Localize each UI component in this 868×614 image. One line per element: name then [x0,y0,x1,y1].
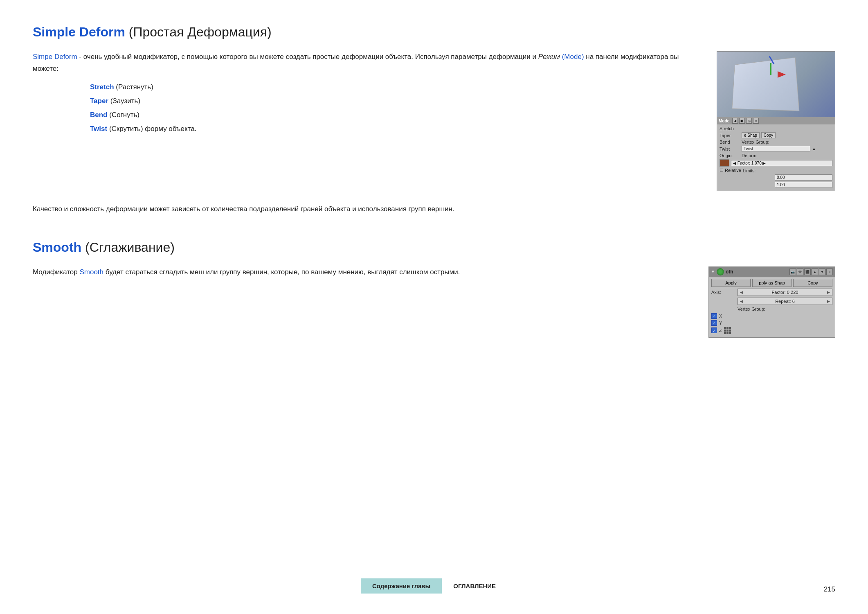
repeat-value: Repeat: 6 [775,299,795,304]
gc2 [726,327,729,329]
taper-row: Taper e Shap Copy [720,132,832,138]
panel-icon3[interactable]: ◎ [746,118,752,124]
gc7 [724,332,726,334]
factor-field-smooth[interactable]: ◀ Factor: 0.220 ▶ [738,289,832,296]
limits-label: Limits: [743,168,763,173]
hdr-icon-close[interactable]: × [826,269,833,275]
twist-rest: (Скрутить) форму объекта. [107,125,196,133]
section2-title-blue: Smooth [33,240,81,255]
limit2-field[interactable]: 1.00 [775,182,832,188]
smooth-circle-icon [717,268,724,275]
panel-3d-view [717,52,835,117]
quality-text: Качество и сложность деформации может за… [33,203,835,215]
smooth-text2: будет стараться сгладить меш или группу … [103,268,460,276]
y-label: Y [719,321,722,325]
page-number: 215 [824,585,835,594]
axis-label: Axis: [711,290,736,295]
simple-deform-panel: Mode ◀ ▣ ◎ × Stretch Taper e Shap Copy B… [717,51,835,191]
hdr-icon-camera[interactable]: 📷 [789,269,796,275]
factor-left-arrow: ◀ [740,290,743,294]
repeat-row: ◀ Repeat: 6 ▶ [711,298,832,305]
repeat-right-arrow: ▶ [827,299,830,303]
gc1 [724,327,726,329]
x-label: X [719,314,722,318]
e-shap-button[interactable]: e Shap [742,132,760,138]
gc4 [724,330,726,332]
hdr-icon-eye[interactable]: 👁 [797,269,803,275]
bend-label: Bend [720,140,740,144]
origin-label: Origin: [720,153,740,158]
gc6 [729,330,731,332]
deform-list: Stretch (Растянуть) Taper (Заузить) Bend… [90,83,700,133]
vertex-group-label: Vertex Group: [738,307,765,312]
factor-right-arrow: ▶ [827,290,830,294]
relative-cb[interactable]: ☐ Relative [720,168,741,173]
y-checkbox[interactable]: ✓ [711,320,717,326]
section1-title-rest: (Простая Деформация) [125,25,272,39]
vgroup-label: Vertex Group: [742,140,769,144]
arrow-red [778,71,786,78]
panel-icon2[interactable]: ▣ [739,118,745,124]
x-checkbox[interactable]: ✓ [711,313,717,319]
taper-kw: Taper [90,97,108,105]
factor-field[interactable]: ◀ Factor: 1.070 ▶ [731,160,832,166]
section1-body: Simpe Deform - очень удобный модификатор… [33,51,835,191]
hdr-icon-down[interactable]: ▼ [819,269,825,275]
origin-icon [720,159,729,167]
panel-controls: Stretch Taper e Shap Copy Bend Vertex Gr… [717,124,835,191]
copy-button-simple[interactable]: Copy [761,132,776,138]
section1-text-block: Simpe Deform - очень удобный модификатор… [33,51,700,139]
twist-field[interactable]: Twist [742,146,810,152]
3d-object [732,57,799,111]
hdr-icon-up[interactable]: ▲ [812,269,818,275]
limit1-field[interactable]: 0.00 [775,174,832,181]
section2-title-rest: (Сглаживание) [81,240,175,255]
section1-title-blue: Simple Deform [33,25,125,39]
stretch-kw: Stretch [90,83,114,91]
smooth-buttons-row: Apply pply as Shap Copy [711,279,832,287]
twist-row: Twist Twist ▲ [720,146,832,152]
relative-row: ☐ Relative Limits: [720,168,832,173]
list-item-taper: Taper (Заузить) [90,97,700,105]
section2: Smooth (Сглаживание) Модификатор Smooth … [33,240,835,338]
limits-row2: 1.00 [720,182,832,188]
limits-row: 0.00 [720,174,832,181]
z-checkbox-row: ✓ Z [711,327,832,334]
bend-rest: (Согнуть) [108,111,140,119]
stretch-rest: (Растянуть) [114,83,153,91]
list-item-twist: Twist (Скрутить) форму объекта. [90,125,700,133]
z-checkbox[interactable]: ✓ [711,327,717,333]
arrow-down-icon: ▼ [711,269,715,274]
copy-button-smooth[interactable]: Copy [793,279,832,287]
deform-label-hdr: Deform: [742,153,762,158]
page-content: Simple Deform (Простая Деформация) Simpe… [0,0,868,370]
intro-text1: - очень удобный модификатор, с помощью к… [77,53,538,61]
panel-icon1[interactable]: ◀ [732,118,738,124]
origin-row: Origin: Deform: [720,153,832,158]
taper-rest: (Заузить) [108,97,140,105]
taper-label: Taper [720,133,740,138]
list-item-bend: Bend (Согнуть) [90,111,700,119]
panel-icon4[interactable]: × [753,118,759,124]
simpe-deform-link: Simpe Deform [33,53,77,61]
grid-icon [724,327,731,334]
smooth-body: Модификатор Smooth будет стараться сглад… [33,266,835,338]
gc3 [729,327,731,329]
hdr-icon-render[interactable]: ⬛ [804,269,811,275]
bottom-nav: Содержание главы ОГЛАВЛЕНИЕ [0,578,868,594]
apply-button[interactable]: Apply [711,279,751,287]
toc-button[interactable]: ОГЛАВЛЕНИЕ [442,578,507,594]
origin-icon-row: ◀ Factor: 1.070 ▶ [720,159,832,167]
arrow-green [770,63,771,75]
section2-title: Smooth (Сглаживание) [33,240,835,255]
factor-value: Factor: 0.220 [772,290,798,295]
apply-as-shape-button[interactable]: pply as Shap [752,279,792,287]
repeat-field[interactable]: ◀ Repeat: 6 ▶ [738,298,832,305]
repeat-left-arrow: ◀ [740,299,743,303]
oth-text: oth [726,269,733,275]
chapter-button[interactable]: Содержание главы [361,578,442,594]
smooth-intro: Модификатор Smooth будет стараться сглад… [33,266,692,278]
smooth-panel-header: ▼ oth 📷 👁 ⬛ ▲ ▼ × [709,267,835,277]
z-label: Z [719,328,722,333]
stretch-label: Stretch [720,126,740,131]
